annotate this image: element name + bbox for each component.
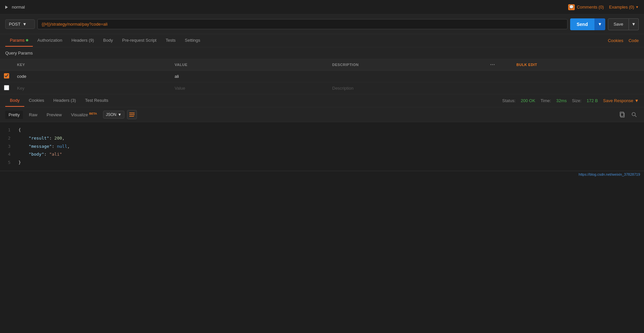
wrap-button[interactable] bbox=[127, 110, 137, 119]
format-tab-visualize-label: Visualize bbox=[71, 112, 88, 117]
col-description-header: DESCRIPTION bbox=[328, 59, 486, 71]
row2-key-cell: Key bbox=[13, 82, 171, 94]
line-num-3: 3 bbox=[0, 143, 16, 150]
tab-body[interactable]: Body bbox=[98, 34, 118, 47]
row2-actions-cell bbox=[486, 82, 512, 94]
code-line-2: 2 "result": 200, bbox=[0, 134, 644, 143]
tab-prerequest[interactable]: Pre-request Script bbox=[118, 34, 161, 47]
params-table: KEY VALUE DESCRIPTION ··· Bulk Edit code… bbox=[0, 59, 644, 94]
response-tab-body[interactable]: Body bbox=[5, 95, 24, 107]
tab-settings[interactable]: Settings bbox=[180, 34, 205, 47]
format-tab-raw[interactable]: Raw bbox=[26, 111, 41, 119]
response-status-area: Status: 200 OK Time: 32ms Size: 172 B Sa… bbox=[502, 98, 639, 103]
row2-value-placeholder: Value bbox=[175, 86, 185, 91]
copy-icon bbox=[619, 112, 625, 118]
format-tab-visualize[interactable]: Visualize BETA bbox=[68, 110, 100, 119]
line-content-5: } bbox=[16, 159, 644, 166]
line-num-2: 2 bbox=[0, 135, 16, 142]
row2-checkbox[interactable] bbox=[4, 85, 9, 90]
format-tab-preview-label: Preview bbox=[47, 112, 62, 117]
row2-description-placeholder: Description bbox=[332, 86, 354, 91]
json-format-chevron-icon: ▼ bbox=[118, 112, 122, 117]
code-line-3: 3 "message": null, bbox=[0, 143, 644, 151]
code-link[interactable]: Code bbox=[629, 38, 639, 43]
response-tab-cookies-label: Cookies bbox=[29, 98, 44, 103]
tab-headers[interactable]: Headers (9) bbox=[67, 34, 99, 47]
code-editor: 1 { 2 "result": 200, 3 "message": null, … bbox=[0, 122, 644, 171]
status-label: Status: bbox=[502, 98, 515, 103]
method-label: POST bbox=[9, 22, 20, 27]
row1-key-cell: code bbox=[13, 71, 171, 82]
row2-value-cell: Value bbox=[171, 82, 328, 94]
json-format-label: JSON bbox=[106, 112, 117, 117]
url-bar: POST ▼ Send ▼ Save ▼ bbox=[0, 14, 644, 34]
row1-description-cell bbox=[328, 71, 486, 82]
send-button[interactable]: Send bbox=[570, 18, 594, 30]
tab-params[interactable]: Params bbox=[5, 34, 33, 47]
format-tab-pretty[interactable]: Pretty bbox=[5, 111, 23, 119]
line-content-2: "result": 200, bbox=[16, 135, 644, 142]
row1-extra-cell bbox=[512, 71, 644, 82]
line-content-3: "message": null, bbox=[16, 143, 644, 150]
row1-checkbox[interactable] bbox=[4, 73, 9, 78]
tab-authorization-label: Authorization bbox=[37, 38, 62, 43]
bulk-edit-button[interactable]: Bulk Edit bbox=[516, 63, 537, 67]
status-bar: https://blog.csdn.net/weixin_37828719 bbox=[0, 171, 644, 178]
json-format-select[interactable]: JSON ▼ bbox=[103, 111, 125, 119]
save-dropdown-button[interactable]: ▼ bbox=[629, 18, 639, 30]
response-tab-headers[interactable]: Headers (3) bbox=[49, 95, 81, 107]
format-tab-raw-label: Raw bbox=[29, 112, 37, 117]
search-icon bbox=[631, 112, 637, 118]
collection-name-area: normal bbox=[5, 5, 25, 10]
response-tab-test-results-label: Test Results bbox=[85, 98, 108, 103]
row1-actions-cell bbox=[486, 71, 512, 82]
method-select[interactable]: POST ▼ bbox=[5, 19, 35, 29]
status-value: 200 OK bbox=[521, 98, 535, 103]
tab-tests[interactable]: Tests bbox=[161, 34, 180, 47]
save-response-button[interactable]: Save Response ▼ bbox=[603, 98, 639, 103]
collection-name: normal bbox=[12, 5, 25, 10]
format-tab-pretty-label: Pretty bbox=[9, 112, 20, 117]
row1-checkbox-cell bbox=[0, 71, 13, 82]
svg-rect-2 bbox=[129, 116, 134, 117]
collection-arrow-icon bbox=[5, 6, 8, 9]
response-tab-test-results[interactable]: Test Results bbox=[80, 95, 113, 107]
col-value-header: VALUE bbox=[171, 59, 328, 71]
size-value: 172 B bbox=[587, 98, 598, 103]
tab-tests-label: Tests bbox=[166, 38, 176, 43]
tabs-right-actions: Cookies Code bbox=[608, 38, 639, 43]
col-key-header: KEY bbox=[13, 59, 171, 71]
copy-button[interactable] bbox=[618, 110, 627, 119]
examples-button[interactable]: Examples (0) ▼ bbox=[609, 5, 639, 10]
svg-rect-0 bbox=[129, 113, 135, 113]
wrap-lines-icon bbox=[129, 112, 135, 117]
format-tab-preview[interactable]: Preview bbox=[43, 111, 65, 119]
send-button-group: Send ▼ bbox=[570, 18, 605, 30]
tab-settings-label: Settings bbox=[185, 38, 200, 43]
tab-headers-label: Headers (9) bbox=[72, 38, 94, 43]
table-row-empty: Key Value Description bbox=[0, 82, 644, 94]
response-tab-cookies[interactable]: Cookies bbox=[24, 95, 49, 107]
line-num-4: 4 bbox=[0, 151, 16, 158]
line-num-1: 1 bbox=[0, 127, 16, 134]
tab-authorization[interactable]: Authorization bbox=[33, 34, 67, 47]
search-button[interactable] bbox=[630, 110, 639, 119]
examples-chevron-icon: ▼ bbox=[635, 5, 639, 9]
comments-button[interactable]: 💬 Comments (0) bbox=[568, 4, 604, 10]
url-input[interactable] bbox=[37, 19, 568, 29]
query-params-section-header: Query Params bbox=[0, 47, 644, 59]
cookies-link[interactable]: Cookies bbox=[608, 38, 623, 43]
save-button[interactable]: Save bbox=[608, 18, 629, 30]
params-active-dot bbox=[26, 39, 28, 41]
line-content-1: { bbox=[16, 127, 644, 134]
status-bar-link[interactable]: https://blog.csdn.net/weixin_37828719 bbox=[579, 172, 640, 176]
row2-checkbox-cell bbox=[0, 82, 13, 94]
send-dropdown-button[interactable]: ▼ bbox=[594, 18, 605, 30]
comments-icon: 💬 bbox=[568, 4, 575, 10]
more-options-icon[interactable]: ··· bbox=[490, 62, 495, 67]
time-label: Time: bbox=[541, 98, 551, 103]
response-tab-body-label: Body bbox=[10, 98, 20, 103]
row1-key-value: code bbox=[17, 74, 26, 79]
save-response-label: Save Response bbox=[603, 98, 633, 103]
table-row: code ali bbox=[0, 71, 644, 82]
